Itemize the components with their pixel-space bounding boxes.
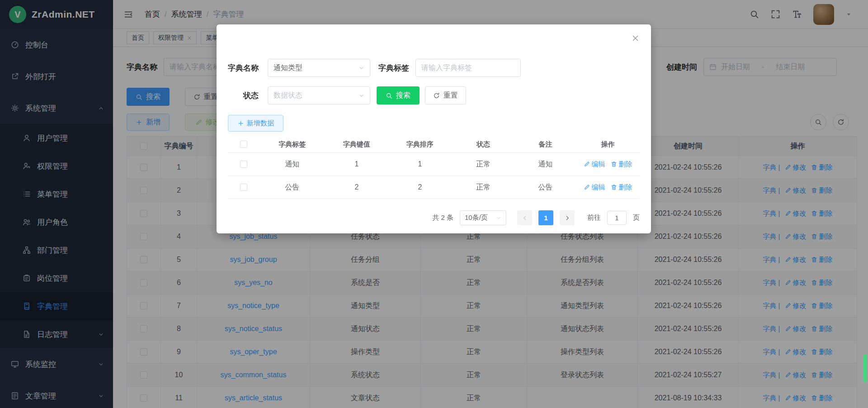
cell-status: 正常 bbox=[452, 176, 515, 199]
chevron-left-icon bbox=[522, 215, 528, 221]
dialog-table-row: 公告22正常公告编辑删除 bbox=[228, 176, 640, 199]
action-label: 删除 bbox=[619, 160, 632, 169]
dialog-filter-row-2: 状态 数据状态 搜索 重置 bbox=[228, 86, 466, 104]
page-size-select[interactable]: 10条/页 bbox=[460, 210, 506, 225]
edit-icon bbox=[584, 161, 590, 167]
cell-value: 1 bbox=[325, 153, 388, 176]
column-header: 备注 bbox=[515, 136, 576, 153]
chevron-down-icon bbox=[359, 93, 364, 99]
cell-actions: 编辑删除 bbox=[576, 153, 640, 176]
plus-icon bbox=[237, 120, 244, 127]
column-header: 状态 bbox=[452, 136, 515, 153]
row-action-edit[interactable]: 编辑 bbox=[584, 183, 605, 192]
pagination-total: 共 2 条 bbox=[432, 213, 453, 222]
refresh-icon bbox=[433, 92, 440, 99]
cell-remark: 通知 bbox=[515, 153, 576, 176]
next-page-button[interactable] bbox=[560, 210, 575, 225]
dict-label-input[interactable] bbox=[415, 59, 521, 77]
dict-name-select-value: 通知类型 bbox=[274, 63, 302, 73]
status-select-placeholder: 数据状态 bbox=[274, 91, 302, 100]
prev-page-button[interactable] bbox=[517, 210, 532, 225]
delete-icon bbox=[611, 184, 617, 190]
cell-sort: 1 bbox=[388, 153, 452, 176]
dialog-reset-button[interactable]: 重置 bbox=[425, 86, 466, 104]
add-data-button-label: 新增数据 bbox=[247, 119, 274, 128]
page-size-value: 10条/页 bbox=[465, 213, 488, 222]
dialog-search-label: 搜索 bbox=[396, 91, 410, 100]
chevron-right-icon bbox=[564, 215, 571, 221]
dialog-reset-label: 重置 bbox=[443, 91, 458, 100]
row-checkbox-cell bbox=[228, 176, 259, 199]
dialog-table-row: 通知11正常通知编辑删除 bbox=[228, 153, 640, 176]
cell-sort: 2 bbox=[388, 176, 452, 199]
header-checkbox-cell bbox=[228, 136, 259, 153]
status-select[interactable]: 数据状态 bbox=[268, 86, 370, 104]
dict-name-select[interactable]: 通知类型 bbox=[268, 59, 370, 77]
cell-remark: 公告 bbox=[515, 176, 576, 199]
column-header: 操作 bbox=[576, 136, 640, 153]
action-label: 编辑 bbox=[592, 160, 605, 169]
dict-data-table: 字典标签字典键值字典排序状态备注操作通知11正常通知编辑删除公告22正常公告编辑… bbox=[228, 136, 640, 199]
row-action-delete[interactable]: 删除 bbox=[611, 160, 632, 169]
dialog-dict-label-label: 字典标签 bbox=[378, 63, 409, 73]
row-checkbox-cell bbox=[228, 153, 259, 176]
column-header: 字典排序 bbox=[388, 136, 452, 153]
row-checkbox[interactable] bbox=[240, 184, 247, 191]
cell-value: 2 bbox=[325, 176, 388, 199]
dialog-dict-name-label: 字典名称 bbox=[228, 63, 259, 73]
cell-status: 正常 bbox=[452, 153, 515, 176]
dialog-filter-row-1: 字典名称 通知类型 字典标签 bbox=[228, 59, 521, 77]
dialog-table-header-row: 字典标签字典键值字典排序状态备注操作 bbox=[228, 136, 640, 153]
edit-icon bbox=[584, 184, 590, 190]
goto-label: 前往 bbox=[587, 213, 601, 222]
action-label: 编辑 bbox=[592, 183, 605, 192]
dialog-status-label: 状态 bbox=[228, 90, 259, 101]
scrollbar[interactable] bbox=[863, 354, 867, 382]
add-data-button[interactable]: 新增数据 bbox=[228, 115, 283, 132]
dict-data-dialog: 字典名称 通知类型 字典标签 状态 数据状态 搜索 重置 新增数据 字典标签字典… bbox=[217, 24, 651, 233]
pagination: 共 2 条 10条/页 1 前往 页 bbox=[432, 210, 640, 225]
column-header: 字典键值 bbox=[325, 136, 388, 153]
dialog-search-button[interactable]: 搜索 bbox=[377, 86, 420, 104]
chevron-down-icon bbox=[359, 65, 364, 71]
close-icon[interactable] bbox=[632, 34, 639, 42]
row-checkbox[interactable] bbox=[240, 161, 247, 168]
cell-label: 公告 bbox=[259, 176, 325, 199]
row-action-delete[interactable]: 删除 bbox=[611, 183, 632, 192]
goto-page-input[interactable] bbox=[607, 211, 627, 225]
column-header: 字典标签 bbox=[259, 136, 325, 153]
search-icon bbox=[386, 92, 392, 99]
page-number-1[interactable]: 1 bbox=[538, 210, 553, 225]
chevron-down-icon bbox=[496, 215, 501, 221]
row-action-edit[interactable]: 编辑 bbox=[584, 160, 605, 169]
select-all-checkbox[interactable] bbox=[240, 141, 247, 148]
cell-label: 通知 bbox=[259, 153, 325, 176]
page-unit-label: 页 bbox=[633, 213, 640, 222]
delete-icon bbox=[611, 161, 617, 167]
action-label: 删除 bbox=[619, 183, 632, 192]
cell-actions: 编辑删除 bbox=[576, 176, 640, 199]
